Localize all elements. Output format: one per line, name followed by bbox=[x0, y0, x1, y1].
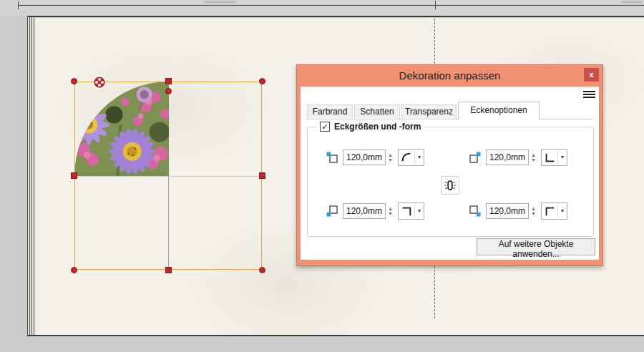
corner-cluster-bottom-right: ▲ ▼ ▼ bbox=[469, 202, 567, 220]
selection-handle-top[interactable] bbox=[165, 78, 172, 84]
flower-image[interactable] bbox=[74, 82, 169, 176]
horizontal-ruler[interactable] bbox=[0, 0, 644, 16]
corner-radius-input-top-right[interactable] bbox=[486, 150, 529, 165]
group-label: Eckgrößen und -form bbox=[334, 122, 421, 132]
clipped-ruler-label bbox=[205, 0, 236, 3]
apply-to-more-objects-button[interactable]: Auf weitere Objekte anwenden... bbox=[477, 238, 595, 255]
corner-radius-input-top-left[interactable] bbox=[343, 150, 386, 165]
corner-radius-input-bottom-left[interactable] bbox=[343, 203, 386, 219]
corner-shape-rounded-icon bbox=[399, 152, 414, 163]
app-screen: Dekoration anpassen x Farbrand Schatten … bbox=[0, 0, 644, 352]
selected-object-bounds[interactable] bbox=[74, 82, 262, 270]
ruler-tick bbox=[435, 1, 436, 9]
corner-cluster-top-right: ▲ ▼ ▼ bbox=[469, 149, 567, 166]
corner-shape-dropdown-bottom-left[interactable]: ▼ bbox=[398, 202, 424, 220]
tab-farbrand[interactable]: Farbrand bbox=[307, 104, 353, 119]
selection-handle-bottom-right[interactable] bbox=[259, 267, 265, 273]
corner-shape-square-icon bbox=[542, 205, 557, 217]
tab-transparenz[interactable]: Transparenz bbox=[401, 104, 457, 119]
corner-radius-handle[interactable] bbox=[165, 88, 172, 94]
corner-group-checkbox[interactable]: ✓ bbox=[320, 122, 330, 132]
flower-photo-graphic bbox=[74, 82, 169, 176]
link-corners-button[interactable] bbox=[441, 176, 459, 195]
corner-cluster-top-left: ▲ ▼ ▼ bbox=[326, 149, 424, 166]
spin-up-button[interactable]: ▲ bbox=[531, 206, 536, 211]
spin-down-button[interactable]: ▼ bbox=[531, 211, 536, 216]
spin-up-button[interactable]: ▲ bbox=[531, 152, 536, 157]
dialog-body: Farbrand Schatten Transparenz Eckenoptio… bbox=[301, 87, 599, 260]
spin-up-button[interactable]: ▲ bbox=[388, 152, 393, 157]
selection-handle-top-left[interactable] bbox=[71, 78, 77, 84]
page-stack-edge bbox=[27, 17, 36, 335]
chevron-down-icon: ▼ bbox=[414, 204, 424, 218]
clipped-ruler-label bbox=[622, 0, 642, 3]
selection-handle-bottom[interactable] bbox=[165, 267, 172, 273]
object-frame-line-vertical bbox=[168, 176, 169, 270]
corner-position-top-left-icon bbox=[326, 152, 338, 163]
dialog-titlebar[interactable]: Dekoration anpassen bbox=[297, 65, 602, 87]
selection-handle-left[interactable] bbox=[71, 172, 77, 179]
selection-handle-bottom-left[interactable] bbox=[71, 267, 77, 273]
spin-down-button[interactable]: ▼ bbox=[388, 211, 393, 216]
tab-eckenoptionen[interactable]: Eckenoptionen bbox=[458, 102, 540, 119]
corner-shape-dropdown-top-left[interactable]: ▼ bbox=[398, 149, 424, 166]
corner-options-group: ✓ Eckgrößen und -form ▲ ▼ bbox=[307, 127, 594, 237]
object-frame-line-horizontal bbox=[75, 176, 263, 177]
rotation-center-icon[interactable] bbox=[94, 77, 105, 88]
dialog-title: Dekoration anpassen bbox=[399, 69, 501, 82]
corner-radius-input-bottom-right[interactable] bbox=[486, 203, 529, 219]
ruler-tick bbox=[18, 1, 19, 9]
corner-shape-dropdown-bottom-right[interactable]: ▼ bbox=[541, 202, 567, 220]
dialog-tabstrip: Farbrand Schatten Transparenz Eckenoptio… bbox=[307, 102, 599, 119]
corner-shape-square-icon bbox=[542, 152, 557, 163]
spin-up-button[interactable]: ▲ bbox=[388, 206, 393, 211]
corner-position-top-right-icon bbox=[469, 152, 481, 163]
chevron-down-icon: ▼ bbox=[414, 150, 424, 165]
tab-schatten[interactable]: Schatten bbox=[354, 104, 400, 119]
close-icon[interactable]: x bbox=[584, 68, 599, 82]
chevron-down-icon: ▼ bbox=[557, 204, 567, 218]
chevron-down-icon: ▼ bbox=[557, 150, 567, 165]
spin-down-button[interactable]: ▼ bbox=[388, 157, 393, 162]
broken-link-icon bbox=[444, 179, 457, 192]
dialog-dekoration-anpassen: Dekoration anpassen x Farbrand Schatten … bbox=[296, 64, 603, 266]
selection-handle-top-right[interactable] bbox=[259, 78, 265, 84]
spin-down-button[interactable]: ▼ bbox=[531, 157, 536, 162]
corner-shape-dropdown-top-right[interactable]: ▼ bbox=[541, 149, 567, 166]
corner-position-bottom-right-icon bbox=[469, 205, 481, 217]
ruler-line bbox=[18, 5, 644, 6]
corner-cluster-bottom-left: ▲ ▼ ▼ bbox=[326, 202, 424, 220]
hamburger-menu-icon[interactable] bbox=[583, 91, 595, 99]
selection-handle-right[interactable] bbox=[259, 172, 265, 179]
corner-position-bottom-left-icon bbox=[326, 205, 338, 217]
group-legend: ✓ Eckgrößen und -form bbox=[316, 122, 424, 132]
corner-shape-square-icon bbox=[399, 205, 414, 217]
